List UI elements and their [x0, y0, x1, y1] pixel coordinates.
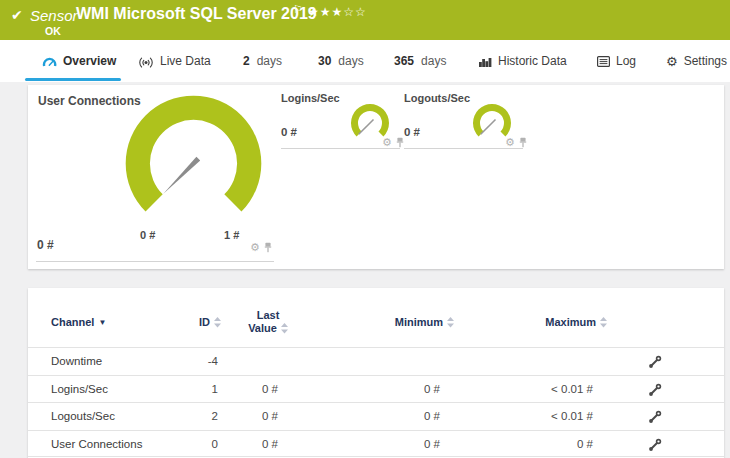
live-data-icon	[138, 55, 154, 68]
tab-label-unit: days	[257, 54, 282, 68]
column-header-label: ID	[199, 316, 210, 328]
minimum-cell: 0 #	[424, 431, 440, 458]
sensor-title: WMI Microsoft SQL Server 2019	[76, 5, 317, 23]
user-connections-gauge	[116, 86, 271, 241]
flag-icon: ⚐	[293, 3, 303, 16]
table-row: Downtime -4	[28, 347, 724, 375]
tab-365-days[interactable]: 365 days	[394, 40, 446, 82]
channel-cell: Logouts/Sec	[51, 403, 115, 430]
status-badge: OK	[45, 25, 61, 37]
column-header-label: Channel	[51, 316, 94, 328]
tab-label-number: 2	[243, 54, 250, 68]
sort-icon	[447, 317, 454, 328]
tab-overview[interactable]: Overview	[42, 40, 116, 82]
sensor-header-bar: ✔ Sensor WMI Microsoft SQL Server 2019 ⚐…	[0, 0, 730, 40]
channel-settings-wrench-icon[interactable]	[648, 383, 662, 397]
tab-label-number: 30	[318, 54, 331, 68]
ok-check-icon: ✔	[11, 7, 23, 23]
gauge-needle	[481, 120, 496, 135]
gauge-cell-divider	[281, 148, 400, 149]
tab-label-number: 365	[394, 54, 414, 68]
pin-icon[interactable]	[264, 242, 272, 253]
gauge-tools: ⚙	[382, 137, 404, 148]
tab-label: Overview	[63, 54, 116, 68]
channel-settings-wrench-icon[interactable]	[648, 355, 662, 369]
log-list-icon	[597, 56, 610, 67]
tab-live-data[interactable]: Live Data	[138, 40, 211, 82]
gauge-title: Logins/Sec	[281, 92, 340, 104]
channel-cell: Logins/Sec	[51, 376, 108, 403]
tab-label: Historic Data	[498, 54, 567, 68]
column-header-label: Maximum	[545, 316, 596, 328]
maximum-cell: < 0.01 #	[551, 403, 593, 430]
gauge-title: Logouts/Sec	[404, 92, 470, 104]
gauge-needle	[163, 157, 200, 194]
column-header-minimum[interactable]: Minimum	[395, 316, 454, 328]
pin-icon[interactable]	[396, 137, 404, 148]
channel-settings-wrench-icon[interactable]	[648, 438, 662, 452]
gauge-cell-divider	[404, 148, 523, 149]
column-header-last-value[interactable]: Last Value	[228, 309, 308, 335]
id-cell: -4	[208, 348, 218, 375]
tab-settings[interactable]: ⚙ Settings	[666, 40, 727, 82]
gauge-scale-max: 1 #	[224, 229, 239, 241]
tab-bar: Overview Live Data 2 days 30 days 365 da…	[0, 40, 730, 82]
column-header-label: Last	[257, 309, 280, 322]
gauge-settings-icon[interactable]: ⚙	[505, 137, 515, 148]
pin-icon[interactable]	[519, 137, 527, 148]
bar-chart-icon	[479, 56, 492, 67]
channel-table-panel: Channel ▼ ID Last Value Minimum Maximum …	[28, 288, 724, 458]
last-value-cell: 0 #	[262, 403, 278, 430]
column-header-label: Minimum	[395, 316, 443, 328]
tab-30-days[interactable]: 30 days	[318, 40, 364, 82]
maximum-cell: 0 #	[577, 431, 593, 458]
gauge-current-value: 0 #	[281, 126, 297, 138]
sensor-kind-label: Sensor	[30, 7, 78, 24]
column-header-label: Value	[248, 322, 277, 335]
gauge-settings-icon[interactable]: ⚙	[250, 242, 260, 253]
gauge-tools: ⚙	[250, 242, 272, 253]
last-value-cell: 0 #	[262, 431, 278, 458]
sort-desc-icon: ▼	[98, 318, 106, 327]
id-cell: 1	[212, 376, 218, 403]
overview-gauges-panel: User Connections 0 # 1 # 0 # ⚙ Logins/Se…	[28, 85, 724, 269]
tab-label-unit: days	[338, 54, 363, 68]
gauge-current-value: 0 #	[37, 238, 54, 252]
maximum-cell: < 0.01 #	[551, 376, 593, 403]
tab-log[interactable]: Log	[597, 40, 636, 82]
last-value-cell: 0 #	[262, 376, 278, 403]
gauge-current-value: 0 #	[404, 126, 420, 138]
table-row: Logins/Sec 1 0 # 0 # < 0.01 #	[28, 375, 724, 403]
column-header-maximum[interactable]: Maximum	[545, 316, 607, 328]
channel-cell: User Connections	[51, 431, 142, 458]
gauge-scale-min: 0 #	[140, 229, 155, 241]
channel-settings-wrench-icon[interactable]	[648, 410, 662, 424]
tab-label: Log	[616, 54, 636, 68]
tab-label: Settings	[684, 54, 727, 68]
gauge-icon	[42, 55, 57, 68]
sort-icon	[281, 323, 288, 334]
minimum-cell: 0 #	[424, 376, 440, 403]
table-row: User Connections 0 0 # 0 # 0 #	[28, 430, 724, 458]
channel-cell: Downtime	[51, 348, 102, 375]
tab-label-unit: days	[421, 54, 446, 68]
column-header-channel[interactable]: Channel ▼	[51, 316, 106, 328]
gauge-cell-divider	[36, 261, 274, 262]
sort-icon	[600, 317, 607, 328]
sort-icon	[214, 317, 221, 328]
table-row: Logouts/Sec 2 0 # 0 # < 0.01 #	[28, 402, 724, 430]
tab-label: Live Data	[160, 54, 211, 68]
minimum-cell: 0 #	[424, 403, 440, 430]
gauge-tools: ⚙	[505, 137, 527, 148]
column-header-id[interactable]: ID	[199, 316, 221, 328]
priority-stars[interactable]: ★★★☆☆	[308, 5, 367, 19]
id-cell: 0	[212, 431, 218, 458]
tab-historic-data[interactable]: Historic Data	[479, 40, 567, 82]
gear-icon: ⚙	[666, 54, 678, 69]
id-cell: 2	[212, 403, 218, 430]
gauge-settings-icon[interactable]: ⚙	[382, 137, 392, 148]
tab-2-days[interactable]: 2 days	[243, 40, 282, 82]
gauge-needle	[359, 120, 374, 135]
